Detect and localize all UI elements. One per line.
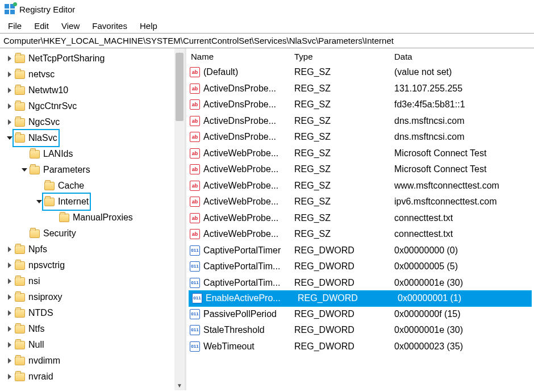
tree-item[interactable]: nvdimm [2, 353, 185, 369]
tree-scrollbar[interactable]: ▲ ▼ [174, 48, 185, 390]
tree-item-label: LANIds [43, 146, 73, 162]
folder-icon [30, 150, 40, 159]
string-value-icon: ab [190, 99, 200, 110]
list-row[interactable]: 011WebTimeoutREG_DWORD0x00000023 (35) [186, 339, 534, 355]
list-row[interactable]: abActiveDnsProbe...REG_SZdns.msftncsi.co… [186, 129, 534, 145]
list-row[interactable]: abActiveWebProbe...REG_SZipv6.msftconnec… [186, 194, 534, 210]
chevron-right-icon[interactable] [6, 277, 14, 285]
tree-item[interactable]: npsvctrig [2, 257, 185, 273]
chevron-down-icon[interactable] [20, 166, 28, 174]
tree-item[interactable]: Security [2, 226, 185, 241]
chevron-right-icon[interactable] [6, 55, 14, 62]
tree-item[interactable]: Cache [2, 178, 185, 194]
chevron-right-icon[interactable] [6, 102, 14, 110]
list-header[interactable]: Name Type Data [186, 48, 534, 64]
list-row[interactable]: 011EnableActivePro...REG_DWORD0x00000001… [189, 290, 532, 307]
list-row[interactable]: abActiveDnsProbe...REG_SZfd3e:4f5a:5b81:… [186, 97, 534, 113]
folder-icon [15, 325, 25, 333]
titlebar[interactable]: Registry Editor [0, 0, 534, 18]
tree-item[interactable]: NgcSvc [2, 114, 185, 130]
list-row[interactable]: ab(Default)REG_SZ(value not set) [186, 64, 534, 81]
value-type: REG_SZ [291, 64, 391, 80]
value-type: REG_SZ [291, 97, 391, 112]
list-row[interactable]: 011CaptivePortalTimerREG_DWORD0x00000000… [186, 243, 534, 259]
value-name: EnableActivePro... [206, 290, 281, 306]
chevron-right-icon[interactable] [6, 309, 14, 317]
chevron-right-icon[interactable] [6, 293, 14, 301]
list-row[interactable]: abActiveWebProbe...REG_SZMicrosoft Conne… [186, 161, 534, 178]
list-row[interactable]: abActiveWebProbe...REG_SZMicrosoft Conne… [186, 145, 534, 162]
col-type[interactable]: Type [291, 52, 391, 61]
list-row[interactable]: 011StaleThresholdREG_DWORD0x0000001e (30… [186, 322, 534, 339]
folder-icon [30, 166, 40, 174]
tree-item[interactable]: Internet [2, 194, 185, 210]
value-name: ActiveDnsProbe... [203, 97, 276, 112]
tree-item[interactable]: NlaSvc [2, 130, 185, 146]
binary-value-icon: 011 [190, 309, 200, 319]
tree-item[interactable]: NTDS [2, 305, 185, 321]
tree-item[interactable]: nvraid [2, 369, 185, 385]
tree-item[interactable]: Npfs [2, 241, 185, 257]
tree-item[interactable]: Parameters [2, 162, 185, 178]
col-data[interactable]: Data [391, 52, 534, 61]
menu-help[interactable]: Help [134, 20, 163, 32]
value-type: REG_DWORD [291, 306, 391, 322]
chevron-right-icon[interactable] [6, 357, 14, 365]
chevron-right-icon[interactable] [6, 245, 14, 253]
scroll-down-icon[interactable]: ▼ [174, 380, 185, 390]
folder-icon [15, 277, 25, 286]
value-type: REG_SZ [291, 145, 391, 161]
menu-favorites[interactable]: Favorites [86, 20, 133, 32]
menu-view[interactable]: View [56, 20, 85, 32]
tree-item-label: nsi [28, 273, 40, 289]
tree-item-label: ManualProxies [73, 210, 133, 226]
list-row[interactable]: 011CaptivePortalTim...REG_DWORD0x0000000… [186, 258, 534, 275]
tree-item[interactable]: nsiproxy [2, 289, 185, 305]
value-name: ActiveWebProbe... [203, 226, 278, 242]
chevron-right-icon[interactable] [6, 86, 14, 94]
tree-item[interactable]: NgcCtnrSvc [2, 98, 185, 114]
values-pane[interactable]: Name Type Data ab(Default)REG_SZ(value n… [186, 48, 534, 390]
col-name[interactable]: Name [186, 52, 291, 61]
menubar: File Edit View Favorites Help [0, 18, 534, 33]
value-name: PassivePollPeriod [203, 306, 277, 322]
tree-item[interactable]: NetTcpPortSharing [2, 51, 185, 66]
tree-item[interactable]: netvsc [2, 66, 185, 82]
tree-item[interactable]: Netwtw10 [2, 82, 185, 98]
chevron-right-icon[interactable] [6, 373, 14, 381]
tree-item-label: Parameters [43, 162, 90, 178]
menu-file[interactable]: File [2, 20, 27, 32]
chevron-right-icon[interactable] [6, 325, 14, 333]
value-data: 0x0000001e (30) [391, 322, 534, 338]
scroll-thumb[interactable] [176, 53, 183, 121]
value-name: StaleThreshold [203, 322, 265, 338]
chevron-right-icon[interactable] [6, 261, 14, 269]
list-row[interactable]: abActiveWebProbe...REG_SZconnecttest.txt [186, 226, 534, 243]
chevron-right-icon[interactable] [6, 70, 14, 78]
folder-icon [44, 198, 55, 206]
list-row[interactable]: abActiveDnsProbe...REG_SZ131.107.255.255 [186, 81, 534, 97]
value-name: CaptivePortalTimer [203, 243, 281, 258]
tree-item[interactable]: nsi [2, 273, 185, 289]
list-row[interactable]: abActiveWebProbe...REG_SZwww.msftconnect… [186, 178, 534, 194]
list-row[interactable]: 011PassivePollPeriodREG_DWORD0x0000000f … [186, 306, 534, 323]
tree-item[interactable]: LANIds [2, 146, 185, 162]
value-type: REG_DWORD [291, 339, 391, 355]
value-type: REG_SZ [291, 226, 391, 242]
list-row[interactable]: 011CaptivePortalTim...REG_DWORD0x0000001… [186, 275, 534, 291]
list-row[interactable]: abActiveWebProbe...REG_SZconnecttest.txt [186, 210, 534, 227]
menu-edit[interactable]: Edit [28, 20, 55, 32]
tree-item-label: Cache [58, 178, 84, 194]
tree-item[interactable]: Ntfs [2, 321, 185, 337]
tree-item[interactable]: ManualProxies [2, 210, 185, 226]
chevron-right-icon[interactable] [6, 341, 14, 349]
list-row[interactable]: abActiveDnsProbe...REG_SZdns.msftncsi.co… [186, 113, 534, 130]
value-data: (value not set) [391, 64, 534, 80]
address-bar[interactable]: Computer\HKEY_LOCAL_MACHINE\SYSTEM\Curre… [0, 33, 534, 48]
tree-item[interactable]: Null [2, 337, 185, 353]
value-name: CaptivePortalTim... [203, 258, 280, 274]
value-name: ActiveDnsProbe... [203, 113, 276, 129]
tree-pane[interactable]: NetTcpPortSharingnetvscNetwtw10NgcCtnrSv… [0, 48, 185, 390]
chevron-right-icon[interactable] [6, 118, 14, 126]
value-data: dns.msftncsi.com [391, 129, 534, 145]
